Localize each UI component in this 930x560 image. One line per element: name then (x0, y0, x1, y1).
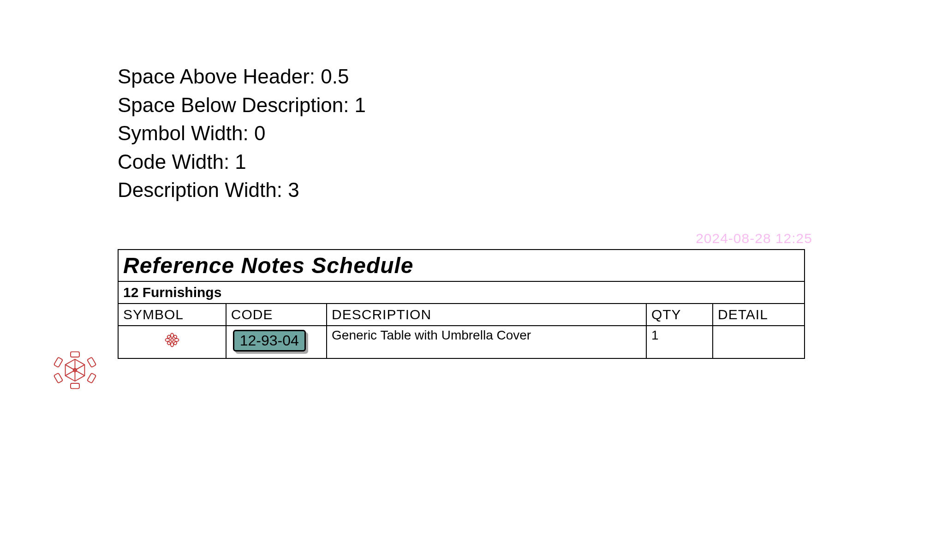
row-detail (713, 326, 805, 358)
setting-label: Code Width (118, 150, 224, 173)
header-qty: QTY (646, 304, 713, 326)
svg-point-4 (174, 339, 179, 341)
setting-symbol-width: Symbol Width: 0 (118, 119, 366, 148)
svg-point-2 (171, 343, 173, 347)
svg-rect-18 (54, 357, 63, 367)
table-plan-icon (53, 348, 97, 392)
setting-value: 0 (254, 122, 265, 144)
row-qty: 1 (646, 326, 713, 358)
table-row: 12-93-04 Generic Table with Umbrella Cov… (118, 326, 805, 358)
reference-notes-schedule-table: Reference Notes Schedule 12 Furnishings … (118, 249, 805, 359)
table-flower-icon (164, 332, 180, 348)
setting-label: Description Width (118, 179, 277, 201)
setting-value: 3 (288, 179, 299, 201)
timestamp: 2024-08-28 12:25 (696, 231, 812, 246)
svg-point-1 (171, 334, 173, 338)
header-description: DESCRIPTION (327, 304, 646, 326)
code-badge: 12-93-04 (233, 330, 306, 351)
setting-description-width: Description Width: 3 (118, 176, 366, 204)
header-code: CODE (226, 304, 327, 326)
svg-rect-15 (71, 383, 79, 388)
svg-rect-17 (87, 373, 96, 383)
svg-rect-14 (71, 352, 79, 357)
row-description: Generic Table with Umbrella Cover (327, 326, 646, 358)
header-detail: DETAIL (713, 304, 805, 326)
svg-rect-19 (54, 373, 63, 383)
setting-value: 0.5 (321, 65, 349, 88)
setting-label: Space Above Header (118, 65, 310, 88)
settings-list: Space Above Header: 0.5 Space Below Desc… (118, 62, 366, 204)
schedule-category: 12 Furnishings (118, 281, 805, 304)
setting-space-below-description: Space Below Description: 1 (118, 91, 366, 119)
svg-point-0 (171, 339, 173, 341)
schedule-title: Reference Notes Schedule (118, 250, 805, 281)
setting-space-above-header: Space Above Header: 0.5 (118, 62, 366, 91)
svg-point-3 (165, 339, 169, 341)
setting-value: 1 (235, 150, 246, 173)
setting-label: Space Below Description (118, 94, 343, 116)
header-symbol: SYMBOL (118, 304, 226, 326)
svg-rect-16 (87, 357, 96, 367)
setting-label: Symbol Width (118, 122, 243, 144)
setting-value: 1 (355, 94, 366, 116)
setting-code-width: Code Width: 1 (118, 148, 366, 176)
